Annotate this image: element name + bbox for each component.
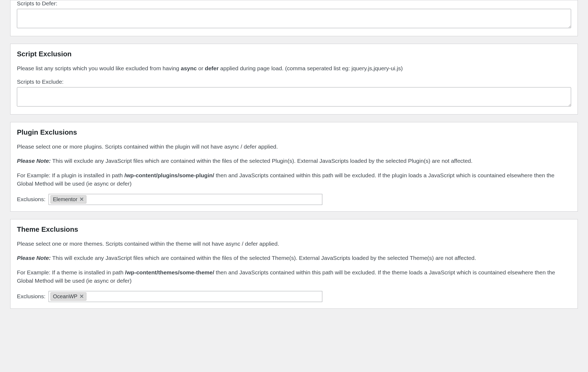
plugin-exclusions-example: For Example: If a plugin is installed in… bbox=[17, 171, 571, 188]
plugin-exclusions-token-label: Exclusions: bbox=[17, 196, 45, 202]
desc-text: applied during page load. (comma seperat… bbox=[219, 65, 403, 71]
theme-exclusions-p1: Please select one or more themes. Script… bbox=[17, 240, 571, 248]
theme-exclusions-token-label: Exclusions: bbox=[17, 293, 45, 300]
scripts-to-defer-textarea[interactable] bbox=[17, 9, 571, 28]
example-path: /wp-content/plugins/some-plugin/ bbox=[124, 172, 214, 178]
example-path: /wp-content/themes/some-theme/ bbox=[125, 269, 214, 275]
panel-scripts-defer: Scripts to Defer: bbox=[10, 0, 578, 36]
remove-token-icon[interactable]: ✕ bbox=[79, 294, 84, 299]
panel-script-exclusion: Script Exclusion Please list any scripts… bbox=[10, 44, 578, 115]
theme-exclusions-token-box[interactable]: OceanWP ✕ bbox=[49, 291, 322, 302]
theme-exclusions-note: Please Note: This will exclude any JavaS… bbox=[17, 254, 571, 262]
plugin-exclusions-heading: Plugin Exclusions bbox=[17, 128, 571, 137]
desc-text: Please list any scripts which you would … bbox=[17, 65, 181, 71]
token-label-text: Elementor bbox=[53, 196, 77, 202]
remove-token-icon[interactable]: ✕ bbox=[79, 197, 84, 202]
theme-exclusions-heading: Theme Exclusions bbox=[17, 225, 571, 234]
scripts-to-defer-label: Scripts to Defer: bbox=[17, 0, 571, 7]
script-exclusion-heading: Script Exclusion bbox=[17, 50, 571, 58]
note-label: Please Note: bbox=[17, 255, 51, 261]
example-pre: For Example: If a plugin is installed in… bbox=[17, 172, 124, 178]
desc-text: or bbox=[197, 65, 205, 71]
token-oceanwp[interactable]: OceanWP ✕ bbox=[50, 292, 86, 301]
script-exclusion-description: Please list any scripts which you would … bbox=[17, 64, 571, 73]
panel-plugin-exclusions: Plugin Exclusions Please select one or m… bbox=[10, 122, 578, 212]
plugin-exclusions-note: Please Note: This will exclude any JavaS… bbox=[17, 157, 571, 165]
scripts-to-exclude-label: Scripts to Exclude: bbox=[17, 79, 571, 85]
scripts-to-exclude-textarea[interactable] bbox=[17, 87, 571, 106]
note-label: Please Note: bbox=[17, 158, 51, 164]
theme-exclusions-row: Exclusions: OceanWP ✕ bbox=[17, 291, 571, 302]
desc-bold-async: async bbox=[181, 65, 197, 71]
token-elementor[interactable]: Elementor ✕ bbox=[50, 195, 86, 204]
panel-theme-exclusions: Theme Exclusions Please select one or mo… bbox=[10, 219, 578, 309]
desc-bold-defer: defer bbox=[205, 65, 218, 71]
note-text: This will exclude any JavaScript files w… bbox=[51, 255, 476, 261]
note-text: This will exclude any JavaScript files w… bbox=[51, 158, 473, 164]
plugin-exclusions-token-box[interactable]: Elementor ✕ bbox=[49, 194, 322, 205]
plugin-exclusions-p1: Please select one or more plugins. Scrip… bbox=[17, 142, 571, 151]
theme-exclusions-example: For Example: If a theme is installed in … bbox=[17, 268, 571, 285]
token-label-text: OceanWP bbox=[53, 293, 77, 300]
plugin-exclusions-row: Exclusions: Elementor ✕ bbox=[17, 194, 571, 205]
example-pre: For Example: If a theme is installed in … bbox=[17, 269, 125, 275]
